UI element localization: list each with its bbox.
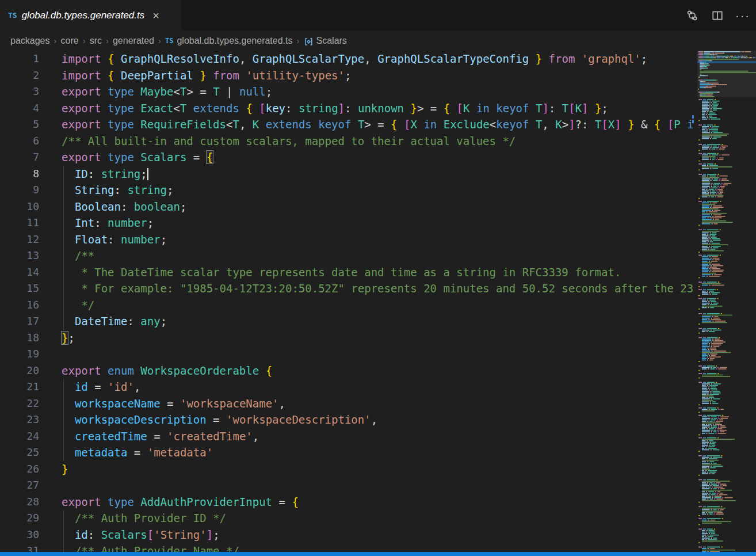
code-token: : — [94, 216, 108, 229]
code-token: /** — [75, 249, 94, 262]
code-token: [ — [601, 118, 608, 131]
code-line[interactable]: 22 workspaceName = 'workspaceName', — [0, 395, 693, 412]
line-number[interactable]: 5 — [0, 116, 39, 133]
code-token: String — [75, 184, 114, 196]
line-number[interactable]: 26 — [0, 461, 39, 478]
line-number[interactable]: 31 — [0, 543, 39, 552]
code-line[interactable]: 28export type AddAuthProviderInput = { — [0, 494, 693, 511]
line-number[interactable]: 7 — [0, 149, 39, 166]
line-number[interactable]: 23 — [0, 412, 39, 428]
code-line[interactable]: 24 createdTime = 'createdTime', — [0, 428, 693, 445]
line-number[interactable]: 15 — [0, 280, 39, 297]
code-token — [62, 282, 75, 295]
line-number[interactable]: 21 — [0, 379, 39, 395]
code-line[interactable]: 7export type Scalars = { — [0, 149, 693, 166]
code-token: : — [127, 315, 140, 327]
line-number[interactable]: 1 — [0, 51, 39, 67]
breadcrumb-generated[interactable]: generated — [113, 36, 154, 46]
line-number[interactable]: 30 — [0, 527, 39, 543]
code-text: createdTime = 'createdTime', — [39, 428, 259, 445]
code-line[interactable]: 25 metadata = 'metadata' — [0, 444, 693, 461]
line-number[interactable]: 18 — [0, 330, 39, 346]
minimap[interactable] — [697, 51, 756, 552]
code-line[interactable]: 17 DateTime: any; — [0, 313, 693, 330]
code-line[interactable]: 23 workspaceDescription = 'workspaceDesc… — [0, 412, 693, 428]
code-line[interactable]: 6/** All built-in and custom scalars, ma… — [0, 133, 693, 150]
line-number[interactable]: 9 — [0, 182, 39, 199]
line-number[interactable]: 17 — [0, 313, 39, 330]
open-changes-icon[interactable] — [684, 7, 701, 24]
code-line[interactable]: 21 id = 'id', — [0, 379, 693, 395]
code-line[interactable]: 5export type RequireFields<T, K extends … — [0, 116, 693, 133]
line-number[interactable]: 16 — [0, 297, 39, 314]
code-line[interactable]: 10 Boolean: boolean; — [0, 199, 693, 215]
line-number[interactable]: 28 — [0, 494, 39, 511]
tab-global-db-types-generated-ts[interactable]: TS global.db.types.generated.ts × — [0, 0, 181, 31]
code-line[interactable]: 30 id: Scalars['String']; — [0, 527, 693, 543]
line-number[interactable]: 3 — [0, 83, 39, 100]
line-number[interactable]: 22 — [0, 395, 39, 412]
status-bar[interactable] — [0, 552, 756, 556]
line-number[interactable]: 29 — [0, 510, 39, 527]
line-number[interactable]: 20 — [0, 363, 39, 379]
line-number[interactable]: 25 — [0, 444, 39, 461]
code-line[interactable]: 16 */ — [0, 297, 693, 314]
breadcrumb-filename[interactable]: global.db.types.generated.ts — [177, 36, 292, 46]
code-token: ; — [345, 69, 351, 82]
code-token — [62, 528, 75, 541]
code-token: T — [232, 118, 239, 131]
line-number[interactable]: 24 — [0, 428, 39, 445]
code-token: type — [108, 85, 140, 98]
code-line[interactable]: 12 Float: number; — [0, 231, 693, 248]
line-number[interactable]: 10 — [0, 199, 39, 215]
code-line[interactable]: 4export type Exact<T extends { [key: str… — [0, 100, 693, 117]
code-token: Scalars — [140, 151, 186, 163]
code-line[interactable]: 31 /** Auth Provider Name */ — [0, 543, 693, 552]
code-line[interactable]: 19 — [0, 346, 693, 363]
line-number[interactable]: 14 — [0, 264, 39, 281]
code-line[interactable]: 9 String: string; — [0, 182, 693, 199]
code-line[interactable]: 18}; — [0, 330, 693, 346]
more-actions-icon[interactable]: ··· — [734, 7, 751, 24]
code-token — [437, 118, 443, 131]
code-token: Float — [75, 233, 108, 246]
line-number[interactable]: 2 — [0, 67, 39, 84]
code-token: < — [173, 102, 180, 115]
line-number[interactable]: 27 — [0, 477, 39, 494]
code-token — [259, 364, 265, 377]
code-line[interactable]: 8 ID: string; — [0, 166, 693, 182]
line-number[interactable]: 6 — [0, 133, 39, 150]
code-line[interactable]: 3export type Maybe<T> = T | null; — [0, 83, 693, 100]
line-number[interactable]: 13 — [0, 247, 39, 264]
breadcrumb-packages[interactable]: packages — [10, 36, 50, 46]
code-token: 'workspaceName' — [180, 397, 279, 410]
code-line[interactable]: 13 /** — [0, 247, 693, 264]
code-line[interactable]: 26} — [0, 461, 693, 478]
code-line[interactable]: 15 * For example: "1985-04-12T23:20:50.5… — [0, 280, 693, 297]
code-line[interactable]: 27 — [0, 477, 693, 494]
split-editor-icon[interactable] — [709, 7, 726, 24]
line-number[interactable]: 12 — [0, 231, 39, 248]
code-line[interactable]: 20export enum WorkspaceOrderable { — [0, 363, 693, 379]
code-token: X — [410, 118, 417, 131]
tab-bar: TS global.db.types.generated.ts × — [0, 0, 756, 31]
line-number[interactable]: 11 — [0, 215, 39, 231]
line-number[interactable]: 4 — [0, 100, 39, 117]
code-line[interactable]: 29 /** Auth Provider ID */ — [0, 510, 693, 527]
code-line[interactable]: 2import { DeepPartial } from 'utility-ty… — [0, 67, 693, 84]
breadcrumb-symbol-scalars[interactable]: Scalars — [316, 36, 347, 46]
close-tab-icon[interactable]: × — [152, 10, 159, 21]
code-token: { — [207, 151, 213, 163]
code-token — [62, 266, 75, 279]
code-token — [62, 446, 75, 459]
code-editor[interactable]: 1import { GraphQLResolveInfo, GraphQLSca… — [0, 51, 693, 552]
line-number[interactable]: 19 — [0, 346, 39, 363]
code-line[interactable]: 11 Int: number; — [0, 215, 693, 231]
line-number[interactable]: 8 — [0, 166, 39, 182]
code-token: import — [62, 69, 108, 82]
code-token: T — [536, 102, 542, 115]
breadcrumb-core[interactable]: core — [61, 36, 79, 46]
breadcrumb-src[interactable]: src — [90, 36, 102, 46]
code-line[interactable]: 1import { GraphQLResolveInfo, GraphQLSca… — [0, 51, 693, 67]
code-line[interactable]: 14 * The DateTime scalar type represents… — [0, 264, 693, 281]
